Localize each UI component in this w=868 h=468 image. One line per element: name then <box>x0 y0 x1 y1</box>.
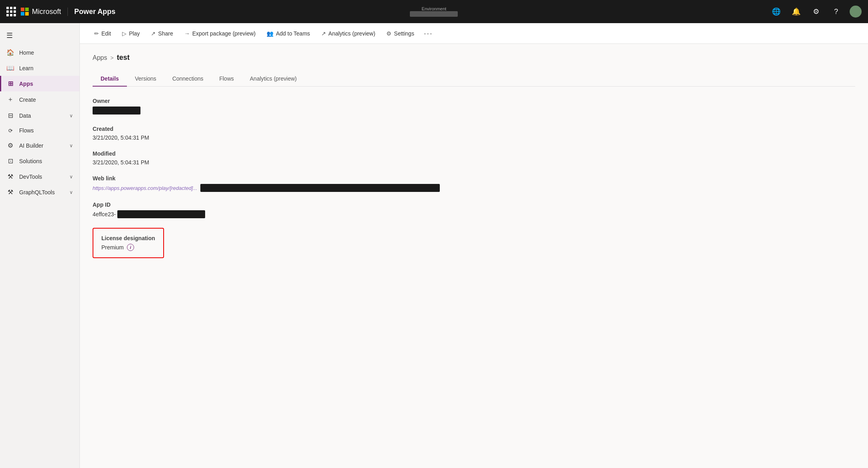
appid-label: App ID <box>93 201 855 208</box>
owner-label: Owner <box>93 98 855 104</box>
appid-row: 4effce23- <box>93 210 855 218</box>
breadcrumb: Apps > test <box>93 53 855 62</box>
tab-analytics[interactable]: Analytics (preview) <box>242 71 304 87</box>
chevron-down-icon-ai: ∨ <box>69 143 73 148</box>
settings-icon[interactable]: ⚙ <box>810 5 823 18</box>
environment-label: Environment <box>422 6 447 11</box>
modified-section: Modified 3/21/2020, 5:04:31 PM <box>93 150 855 166</box>
graphqltools-icon: ⚒ <box>6 188 14 196</box>
sidebar-label-create: Create <box>19 97 36 103</box>
owner-section: Owner <box>93 98 855 116</box>
sidebar-item-aibuilder[interactable]: ⚙ AI Builder ∨ <box>0 138 79 153</box>
sidebar-item-home[interactable]: 🏠 Home <box>0 45 79 60</box>
tab-flows[interactable]: Flows <box>211 71 242 87</box>
tab-details[interactable]: Details <box>93 71 127 87</box>
analytics-button[interactable]: ↗ Analytics (preview) <box>316 28 380 39</box>
weblink-section: Web link https://apps.powerapps.com/play… <box>93 175 855 192</box>
app-title: Power Apps <box>67 8 115 16</box>
export-button[interactable]: → Export package (preview) <box>180 28 261 39</box>
globe-icon[interactable]: 🌐 <box>770 5 783 18</box>
breadcrumb-separator: > <box>110 55 113 61</box>
addtoteams-button[interactable]: 👥 Add to Teams <box>262 28 314 39</box>
license-info-icon[interactable]: i <box>127 244 134 251</box>
play-icon: ▷ <box>122 30 127 37</box>
sidebar-item-learn[interactable]: 📖 Learn <box>0 60 79 76</box>
license-value-row: Premium i <box>101 244 155 251</box>
sidebar-label-graphqltools: GraphQLTools <box>19 189 55 195</box>
weblink-value[interactable]: https://apps.powerapps.com/play/[redacte… <box>93 185 197 191</box>
teams-icon: 👥 <box>267 30 273 37</box>
sidebar-item-apps[interactable]: ⊞ Apps <box>0 76 79 91</box>
play-button[interactable]: ▷ Play <box>117 28 144 39</box>
breadcrumb-current: test <box>117 53 130 62</box>
license-box: License designation Premium i <box>93 228 164 258</box>
home-icon: 🏠 <box>6 49 14 56</box>
main-panel: ✏ Edit ▷ Play ↗ Share → Export package (… <box>80 23 868 468</box>
license-value-text: Premium <box>101 244 124 251</box>
apps-icon: ⊞ <box>6 80 14 87</box>
sidebar-item-solutions[interactable]: ⊡ Solutions <box>0 153 79 169</box>
chevron-down-icon-gql: ∨ <box>69 190 73 195</box>
tab-connections[interactable]: Connections <box>164 71 212 87</box>
user-avatar[interactable] <box>850 6 862 18</box>
edit-icon: ✏ <box>94 30 99 37</box>
sidebar-label-apps: Apps <box>19 81 33 87</box>
appid-redacted <box>117 210 205 218</box>
sidebar-label-aibuilder: AI Builder <box>19 142 43 149</box>
modified-value: 3/21/2020, 5:04:31 PM <box>93 159 855 166</box>
analytics-icon: ↗ <box>321 30 326 37</box>
sidebar-item-create[interactable]: ＋ Create <box>0 91 79 108</box>
edit-button[interactable]: ✏ Edit <box>89 28 116 39</box>
chevron-down-icon-dev: ∨ <box>69 174 73 180</box>
create-icon: ＋ <box>6 95 14 104</box>
learn-icon: 📖 <box>6 64 14 72</box>
sidebar-item-graphqltools[interactable]: ⚒ GraphQLTools ∨ <box>0 184 79 200</box>
environment-info: Environment <box>410 6 458 17</box>
appid-prefix: 4effce23- <box>93 211 116 217</box>
aibuilder-icon: ⚙ <box>6 142 14 149</box>
environment-value <box>410 11 458 17</box>
modified-label: Modified <box>93 150 855 157</box>
sidebar-label-solutions: Solutions <box>19 158 42 164</box>
devtools-icon: ⚒ <box>6 173 14 180</box>
breadcrumb-apps-link[interactable]: Apps <box>93 54 107 61</box>
license-label: License designation <box>101 235 155 241</box>
notification-bell-icon[interactable]: 🔔 <box>790 5 803 18</box>
microsoft-name: Microsoft <box>32 8 61 16</box>
sidebar-item-devtools[interactable]: ⚒ DevTools ∨ <box>0 169 79 184</box>
more-options-button[interactable]: ··· <box>421 27 436 39</box>
sidebar-label-learn: Learn <box>19 65 34 71</box>
share-icon: ↗ <box>151 30 156 37</box>
export-icon: → <box>184 30 190 37</box>
detail-tabs: Details Versions Connections Flows Analy… <box>93 71 855 87</box>
data-icon: ⊟ <box>6 112 14 119</box>
created-value: 3/21/2020, 5:04:31 PM <box>93 134 855 141</box>
weblink-row: https://apps.powerapps.com/play/[redacte… <box>93 184 855 192</box>
toolbar: ✏ Edit ▷ Play ↗ Share → Export package (… <box>80 23 868 44</box>
microsoft-logo: Microsoft <box>21 8 61 16</box>
sidebar-item-flows[interactable]: ⟳ Flows <box>0 123 79 138</box>
sidebar: ☰ 🏠 Home 📖 Learn ⊞ Apps ＋ Create ⊟ Data … <box>0 23 80 468</box>
hamburger-menu-button[interactable]: ☰ <box>0 26 79 45</box>
sidebar-label-home: Home <box>19 49 34 56</box>
sidebar-label-data: Data <box>19 113 31 119</box>
sidebar-label-flows: Flows <box>19 127 34 134</box>
tab-versions[interactable]: Versions <box>127 71 164 87</box>
waffle-menu[interactable] <box>6 7 16 16</box>
created-label: Created <box>93 126 855 132</box>
settings-button[interactable]: ⚙ Settings <box>382 28 419 39</box>
chevron-down-icon: ∨ <box>69 113 73 118</box>
sidebar-item-data[interactable]: ⊟ Data ∨ <box>0 108 79 123</box>
appid-section: App ID 4effce23- <box>93 201 855 218</box>
owner-value <box>93 107 140 115</box>
settings-gear-icon: ⚙ <box>386 30 391 37</box>
share-button[interactable]: ↗ Share <box>146 28 178 39</box>
help-icon[interactable]: ? <box>830 5 842 18</box>
flows-icon: ⟳ <box>6 128 14 134</box>
license-section: License designation Premium i <box>93 228 855 258</box>
weblink-redacted <box>200 184 440 192</box>
sidebar-label-devtools: DevTools <box>19 174 42 180</box>
top-navigation: Microsoft Power Apps Environment 🌐 🔔 ⚙ ? <box>0 0 868 23</box>
solutions-icon: ⊡ <box>6 157 14 165</box>
created-section: Created 3/21/2020, 5:04:31 PM <box>93 126 855 141</box>
